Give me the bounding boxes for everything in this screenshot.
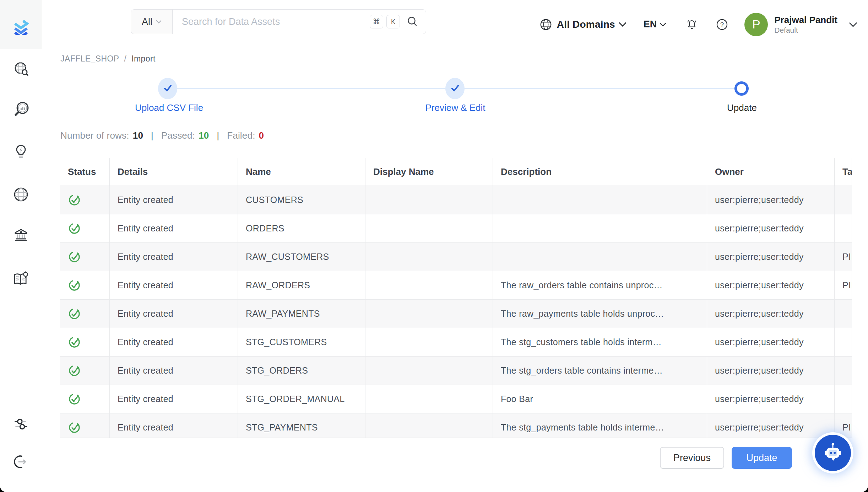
summary-separator: | bbox=[151, 130, 153, 141]
display-name-cell bbox=[365, 243, 493, 271]
description-cell bbox=[493, 186, 707, 214]
step-update-indicator bbox=[734, 81, 749, 96]
breadcrumb-project[interactable]: JAFFLE_SHOP bbox=[60, 54, 119, 64]
global-search: All ⌘ K bbox=[131, 9, 426, 34]
passed-label: Passed: bbox=[161, 130, 195, 141]
status-cell bbox=[60, 186, 110, 214]
details-cell: Entity created bbox=[110, 300, 238, 328]
col-display-name: Display Name bbox=[365, 158, 493, 186]
search-scope-select[interactable]: All bbox=[131, 10, 173, 34]
assistant-chat-button[interactable] bbox=[815, 435, 851, 471]
robot-chat-icon bbox=[822, 442, 844, 464]
description-cell bbox=[493, 243, 707, 271]
table-header: Status Details Name Display Name Descrip… bbox=[60, 158, 852, 186]
app-window: All ⌘ K bbox=[0, 0, 868, 492]
bell-icon bbox=[685, 17, 699, 32]
previous-button[interactable]: Previous bbox=[660, 447, 724, 469]
status-cell bbox=[60, 300, 110, 328]
svg-text:?: ? bbox=[720, 21, 724, 28]
insights-magnifier-icon[interactable] bbox=[12, 100, 30, 118]
tags-cell: PII bbox=[835, 243, 852, 271]
book-bulb-icon[interactable] bbox=[12, 269, 30, 287]
owner-cell: user:pierre;user:teddy bbox=[707, 186, 835, 214]
breadcrumb-separator: / bbox=[124, 54, 126, 64]
sidebar bbox=[0, 0, 42, 492]
table-row: Entity created ORDERS user:pierre;user:t… bbox=[60, 214, 852, 243]
success-check-icon bbox=[68, 307, 81, 320]
owner-cell: user:pierre;user:teddy bbox=[707, 413, 835, 438]
help-button[interactable]: ? bbox=[715, 18, 729, 31]
step-update-label: Update bbox=[727, 102, 757, 113]
name-cell: RAW_CUSTOMERS bbox=[238, 243, 365, 271]
description-cell: The stg_orders table contains interme… bbox=[493, 357, 707, 385]
name-cell: RAW_PAYMENTS bbox=[238, 300, 365, 328]
display-name-cell bbox=[365, 271, 493, 300]
globe-grid-icon[interactable] bbox=[12, 186, 30, 203]
bulb-flash-icon[interactable] bbox=[12, 143, 30, 160]
update-button[interactable]: Update bbox=[732, 447, 792, 469]
display-name-cell bbox=[365, 413, 493, 438]
breadcrumb-page: Import bbox=[131, 54, 156, 64]
owner-cell: user:pierre;user:teddy bbox=[707, 243, 835, 271]
name-cell: STG_CUSTOMERS bbox=[238, 328, 365, 357]
table-row: Entity created RAW_ORDERS The raw_orders… bbox=[60, 271, 852, 300]
success-check-icon bbox=[68, 193, 81, 207]
language-select[interactable]: EN bbox=[644, 19, 667, 30]
display-name-cell bbox=[365, 357, 493, 385]
rows-label: Number of rows: bbox=[60, 130, 129, 141]
step-preview-indicator bbox=[445, 78, 465, 99]
notifications-button[interactable] bbox=[685, 17, 699, 32]
user-name: Prajwal Pandit bbox=[774, 14, 837, 26]
domains-label: All Domains bbox=[557, 19, 615, 30]
sliders-icon[interactable] bbox=[12, 415, 30, 433]
summary-separator: | bbox=[217, 130, 219, 141]
logout-icon[interactable] bbox=[12, 453, 30, 471]
details-cell: Entity created bbox=[110, 328, 238, 357]
name-cell: STG_ORDERS bbox=[238, 357, 365, 385]
success-check-icon bbox=[68, 250, 81, 263]
table-row: Entity created STG_CUSTOMERS The stg_cus… bbox=[60, 328, 852, 357]
bank-icon[interactable] bbox=[12, 226, 30, 244]
name-cell: CUSTOMERS bbox=[238, 186, 365, 214]
details-cell: Entity created bbox=[110, 271, 238, 300]
question-circle-icon: ? bbox=[715, 18, 729, 31]
name-cell: RAW_ORDERS bbox=[238, 271, 365, 300]
status-cell bbox=[60, 214, 110, 243]
display-name-cell bbox=[365, 214, 493, 243]
step-upload-indicator bbox=[158, 78, 177, 99]
details-cell: Entity created bbox=[110, 243, 238, 271]
layers-logo-icon bbox=[11, 14, 31, 35]
domains-select[interactable]: All Domains bbox=[539, 18, 626, 31]
display-name-cell bbox=[365, 385, 493, 413]
description-cell: The raw_orders table contains unproc… bbox=[493, 271, 707, 300]
app-logo[interactable] bbox=[0, 0, 42, 49]
col-status: Status bbox=[60, 158, 110, 186]
col-name: Name bbox=[238, 158, 365, 186]
topbar: All ⌘ K bbox=[42, 0, 868, 49]
globe-icon bbox=[539, 18, 553, 31]
owner-cell: user:pierre;user:teddy bbox=[707, 271, 835, 300]
success-check-icon bbox=[68, 364, 81, 377]
avatar-initial: P bbox=[752, 17, 760, 31]
search-icon[interactable] bbox=[406, 15, 419, 28]
search-input[interactable] bbox=[173, 16, 370, 27]
table-row: Entity created STG_ORDER_MANUAL Foo Bar … bbox=[60, 385, 852, 413]
tags-cell bbox=[835, 328, 852, 357]
description-cell: The stg_payments table holds interme… bbox=[493, 413, 707, 438]
col-details: Details bbox=[110, 158, 238, 186]
user-menu[interactable]: P Prajwal Pandit Default bbox=[744, 13, 857, 36]
table-row: Entity created RAW_CUSTOMERS user:pierre… bbox=[60, 243, 852, 271]
details-cell: Entity created bbox=[110, 385, 238, 413]
language-label: EN bbox=[644, 19, 657, 30]
tags-cell bbox=[835, 385, 852, 413]
chevron-down-icon bbox=[156, 20, 162, 23]
tags-cell: PII bbox=[835, 413, 852, 438]
description-cell: The raw_payments table holds unproc… bbox=[493, 300, 707, 328]
avatar: P bbox=[744, 13, 768, 36]
success-check-icon bbox=[68, 336, 81, 349]
tags-cell: PII bbox=[835, 271, 852, 300]
globe-search-icon[interactable] bbox=[12, 60, 30, 78]
success-check-icon bbox=[68, 222, 81, 235]
details-cell: Entity created bbox=[110, 186, 238, 214]
status-cell bbox=[60, 357, 110, 385]
